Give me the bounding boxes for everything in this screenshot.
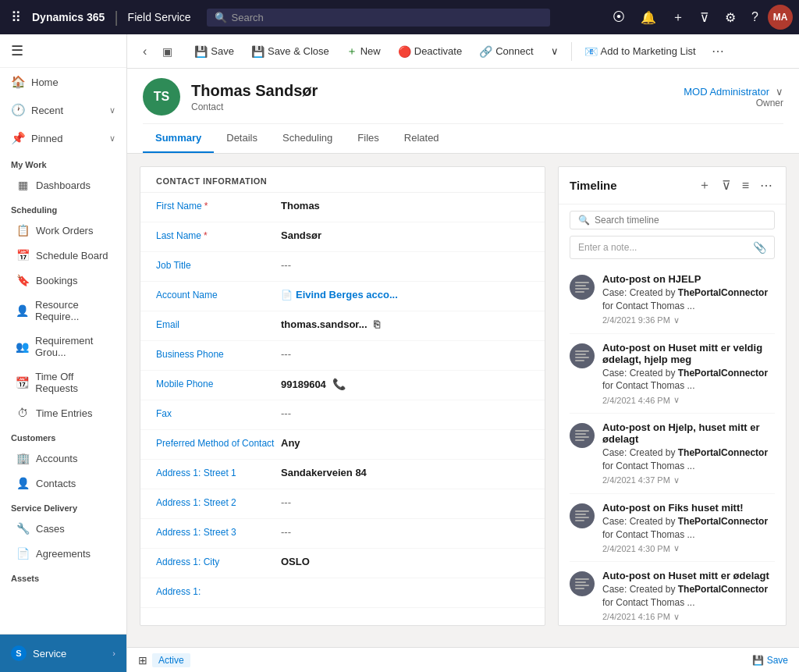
timeline-item-avatar [570, 503, 595, 528]
timeline-item: Auto-post on Huset mitt er veldig ødelag… [570, 334, 775, 414]
svg-rect-0 [575, 282, 589, 283]
nav-icon-settings[interactable]: ⚙ [719, 5, 742, 30]
sidebar-item-bookings[interactable]: 🔖 Bookings [0, 268, 126, 293]
form-label-street1: Address 1: Street 1 [156, 464, 281, 478]
timeline-add-icon[interactable]: ＋ [696, 175, 713, 196]
sidebar-item-requirement-groups[interactable]: 👥 Requirement Grou... [0, 329, 126, 364]
timeline-item-expand-icon[interactable]: ∨ [673, 475, 680, 485]
section-service-delivery: Service Delivery [0, 496, 126, 516]
timeline-item-expand-icon[interactable]: ∨ [673, 543, 680, 553]
tab-scheduling[interactable]: Scheduling [270, 124, 345, 153]
sidebar-item-time-off-requests[interactable]: 📆 Time Off Requests [0, 364, 126, 400]
sidebar-item-label: Accounts [36, 453, 77, 464]
timeline-item-title: Auto-post on HJELP [602, 273, 775, 285]
attachment-icon[interactable]: 📎 [753, 241, 766, 254]
timeline-filter-icon[interactable]: ⊽ [719, 176, 733, 195]
expand-icon[interactable]: ⊞ [138, 654, 147, 667]
timeline-item-meta: 2/4/2021 4:30 PM ∨ [602, 543, 775, 553]
content-area: ‹ ▣ 💾 Save 💾 Save & Close ＋ New 🔴 Deacti… [127, 34, 799, 672]
timeline-item-expand-icon[interactable]: ∨ [673, 315, 680, 325]
timeline-item-title: Auto-post on Huset mitt er ødelagt [602, 570, 775, 581]
nav-icon-bell[interactable]: 🔔 [634, 5, 662, 30]
back-button[interactable]: ‹ [137, 41, 153, 62]
svg-rect-18 [575, 585, 589, 586]
sidebar-item-home[interactable]: 🏠 Home [0, 68, 126, 96]
sidebar-bottom-label: Service [33, 648, 66, 660]
timeline-item-expand-icon[interactable]: ∨ [673, 612, 680, 622]
svg-rect-8 [575, 430, 589, 432]
save-close-icon: 💾 [251, 45, 265, 58]
record-avatar: TS [143, 78, 180, 116]
timeline-item-date: 2/4/2021 4:37 PM [602, 475, 670, 485]
nav-icon-help[interactable]: ? [745, 5, 765, 29]
accounts-icon: 🏢 [16, 452, 30, 464]
sidebar-item-label: Recent [31, 105, 63, 116]
sidebar-item-resource-requirements[interactable]: 👤 Resource Require... [0, 293, 126, 329]
nav-icon-copilot[interactable]: ⦿ [606, 5, 631, 29]
sidebar-item-contacts[interactable]: 👤 Contacts [0, 471, 126, 496]
sidebar-item-work-orders[interactable]: 📋 Work Orders [0, 218, 126, 243]
email-copy-icon[interactable]: ⎘ [374, 318, 380, 330]
sidebar-collapse-button[interactable]: ☰ [0, 34, 126, 68]
home-icon: 🏠 [11, 75, 25, 89]
owner-chevron-icon[interactable]: ∨ [776, 86, 783, 98]
save-button[interactable]: 💾 Save [186, 41, 242, 62]
chevron-down-icon: ∨ [109, 105, 115, 116]
tab-files[interactable]: Files [345, 124, 391, 153]
cases-icon: 🔧 [16, 522, 30, 535]
sidebar-bottom-service[interactable]: S Service › [0, 639, 126, 667]
form-row-street1: Address 1: Street 1 Sandakerveien 84 [140, 460, 545, 489]
deactivate-button[interactable]: 🔴 Deactivate [390, 41, 470, 62]
form-label-firstname: First Name * [156, 197, 281, 212]
sidebar-item-label: Time Entries [36, 407, 92, 419]
sidebar-item-cases[interactable]: 🔧 Cases [0, 516, 126, 541]
sidebar-item-recent[interactable]: 🕐 Recent ∨ [0, 96, 126, 124]
nav-icon-plus[interactable]: ＋ [666, 5, 691, 30]
sidebar-item-pinned[interactable]: 📌 Pinned ∨ [0, 124, 126, 152]
form-value-account[interactable]: 📄 Eivind Berges acco... [281, 286, 529, 300]
agreements-icon: 📄 [16, 547, 30, 560]
timeline-search-input[interactable] [595, 215, 766, 226]
search-input[interactable] [232, 12, 542, 23]
tab-related[interactable]: Related [392, 124, 452, 153]
form-row-city: Address 1: City OSLO [140, 549, 545, 578]
timeline-item-content: Auto-post on Huset mitt er ødelagt Case:… [602, 570, 775, 622]
more-options-button[interactable]: ⋯ [705, 41, 730, 62]
record-header: TS Thomas Sandsør Contact MOD Administra… [127, 69, 799, 154]
svg-rect-16 [575, 578, 589, 580]
timeline-item-meta: 2/4/2021 4:16 PM ∨ [602, 612, 775, 622]
timeline-item: Auto-post on Hjelp, huset mitt er ødelag… [570, 414, 775, 494]
nav-icon-filter[interactable]: ⊽ [694, 5, 716, 30]
dropdown-button[interactable]: ∨ [543, 41, 566, 61]
timeline-item-expand-icon[interactable]: ∨ [673, 395, 680, 405]
search-bar[interactable]: 🔍 [207, 9, 550, 27]
sidebar-item-accounts[interactable]: 🏢 Accounts [0, 446, 126, 471]
phone-call-icon[interactable]: 📞 [332, 378, 346, 390]
svg-rect-4 [575, 350, 589, 352]
connect-button[interactable]: 🔗 Connect [471, 41, 541, 62]
timeline-sort-icon[interactable]: ≡ [740, 176, 751, 195]
timeline-more-icon[interactable]: ⋯ [758, 176, 775, 195]
form-view-button[interactable]: ▣ [156, 42, 179, 61]
tab-details[interactable]: Details [214, 124, 270, 153]
sidebar-item-dashboards[interactable]: ▦ Dashboards [0, 172, 126, 197]
note-placeholder: Enter a note... [578, 242, 637, 253]
sidebar-item-agreements[interactable]: 📄 Agreements [0, 541, 126, 566]
deactivate-icon: 🔴 [398, 45, 411, 58]
status-bar-save-button[interactable]: 💾 Save [752, 655, 788, 666]
svg-rect-9 [575, 433, 586, 435]
add-marketing-list-button[interactable]: 📧 Add to Marketing List [577, 41, 704, 62]
owner-name[interactable]: MOD Administrator [684, 86, 769, 98]
new-button[interactable]: ＋ New [339, 41, 389, 62]
save-close-button[interactable]: 💾 Save & Close [243, 41, 337, 62]
waffle-icon[interactable]: ⠿ [6, 5, 26, 29]
marketing-icon: 📧 [584, 45, 598, 58]
user-avatar[interactable]: MA [768, 5, 793, 30]
form-label-lastname: Last Name * [156, 227, 281, 241]
tab-summary[interactable]: Summary [143, 124, 214, 153]
timeline-note-input[interactable]: Enter a note... 📎 [570, 236, 775, 259]
timeline-search[interactable]: 🔍 [570, 211, 775, 229]
sidebar-item-time-entries[interactable]: ⏱ Time Entries [0, 400, 126, 425]
sidebar-item-schedule-board[interactable]: 📅 Schedule Board [0, 243, 126, 268]
recent-icon: 🕐 [11, 103, 25, 117]
